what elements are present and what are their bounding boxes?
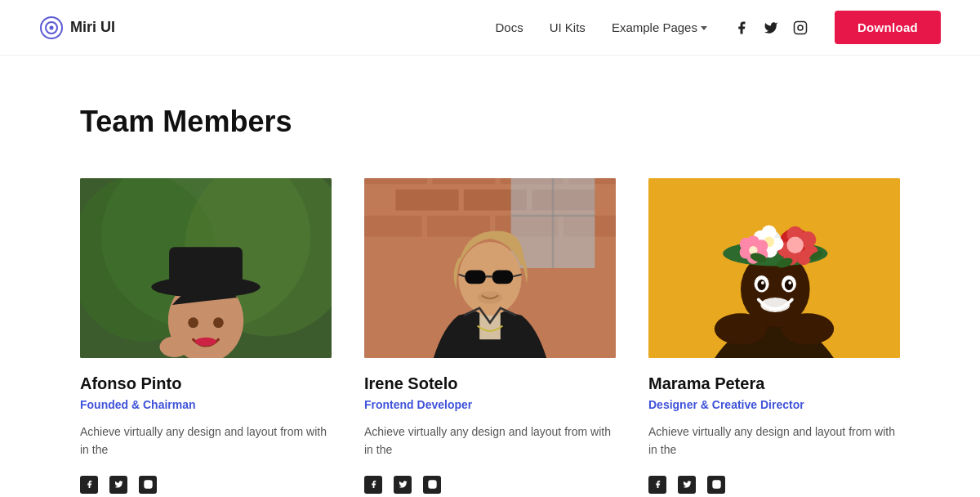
svg-point-16 [213, 317, 224, 328]
svg-point-60 [761, 281, 764, 284]
member-1-facebook-icon[interactable] [80, 476, 98, 494]
team-card-1: Afonso Pinto Founded & Chairman Achieve … [80, 178, 332, 494]
team-card-3: Marama Petera Designer & Creative Direct… [648, 178, 900, 494]
member-2-facebook-icon[interactable] [364, 476, 382, 494]
instagram-icon[interactable] [792, 20, 808, 36]
member-desc-2: Achieve virtually any design and layout … [364, 423, 616, 459]
team-photo-3 [648, 178, 900, 358]
member-name-2: Irene Sotelo [364, 374, 616, 393]
svg-point-61 [788, 281, 791, 284]
svg-point-58 [757, 280, 765, 290]
svg-point-2 [50, 25, 54, 29]
svg-rect-3 [794, 21, 806, 34]
svg-point-18 [160, 336, 189, 357]
svg-rect-24 [364, 178, 427, 184]
member-2-twitter-icon[interactable] [394, 476, 412, 494]
svg-point-4 [798, 25, 803, 30]
member-socials-3 [648, 476, 900, 494]
svg-rect-32 [427, 216, 490, 237]
svg-point-21 [146, 483, 149, 486]
member-3-facebook-icon[interactable] [648, 476, 666, 494]
svg-point-15 [188, 317, 198, 328]
facebook-icon[interactable] [733, 20, 750, 36]
svg-point-48 [430, 483, 434, 486]
svg-rect-41 [465, 271, 486, 284]
member-1-twitter-icon[interactable] [109, 476, 127, 494]
svg-point-90 [715, 483, 718, 486]
section-title: Team Members [80, 105, 900, 139]
member-role-3: Designer & Creative Director [648, 398, 900, 411]
svg-point-46 [478, 291, 503, 303]
twitter-icon[interactable] [763, 20, 779, 36]
member-socials-2 [364, 476, 616, 494]
nav-docs[interactable]: Docs [496, 20, 523, 34]
svg-point-55 [760, 298, 790, 312]
svg-rect-31 [364, 216, 422, 237]
download-button[interactable]: Download [835, 11, 941, 44]
logo[interactable]: Miri UI [39, 16, 115, 40]
svg-point-5 [804, 24, 804, 25]
svg-point-59 [785, 280, 793, 290]
member-role-2: Frontend Developer [364, 398, 616, 411]
svg-rect-25 [432, 178, 495, 184]
member-role-1: Founded & Chairman [80, 398, 332, 411]
member-3-instagram-icon[interactable] [707, 476, 725, 494]
nav-ui-kits[interactable]: UI Kits [550, 20, 586, 34]
logo-text: Miri UI [70, 19, 115, 36]
svg-rect-14 [169, 247, 243, 291]
member-3-twitter-icon[interactable] [678, 476, 696, 494]
team-photo-2 [364, 178, 616, 358]
member-name-1: Afonso Pinto [80, 374, 332, 393]
team-card-2: Irene Sotelo Frontend Developer Achieve … [364, 178, 616, 494]
member-desc-1: Achieve virtually any design and layout … [80, 423, 332, 459]
main-nav: Docs UI Kits Example Pages [496, 11, 942, 44]
logo-icon [39, 16, 64, 40]
member-name-3: Marama Petera [648, 374, 900, 393]
member-2-instagram-icon[interactable] [423, 476, 441, 494]
member-1-instagram-icon[interactable] [139, 476, 157, 494]
svg-point-70 [786, 237, 804, 254]
svg-rect-28 [396, 190, 459, 211]
nav-example-pages[interactable]: Example Pages [612, 20, 707, 34]
svg-point-17 [195, 338, 216, 346]
team-photo-1 [80, 178, 332, 358]
svg-rect-42 [492, 271, 514, 284]
chevron-down-icon [701, 26, 707, 30]
member-desc-3: Achieve virtually any design and layout … [648, 423, 900, 459]
team-grid: Afonso Pinto Founded & Chairman Achieve … [80, 178, 900, 494]
member-socials-1 [80, 476, 332, 494]
social-links [733, 20, 808, 36]
